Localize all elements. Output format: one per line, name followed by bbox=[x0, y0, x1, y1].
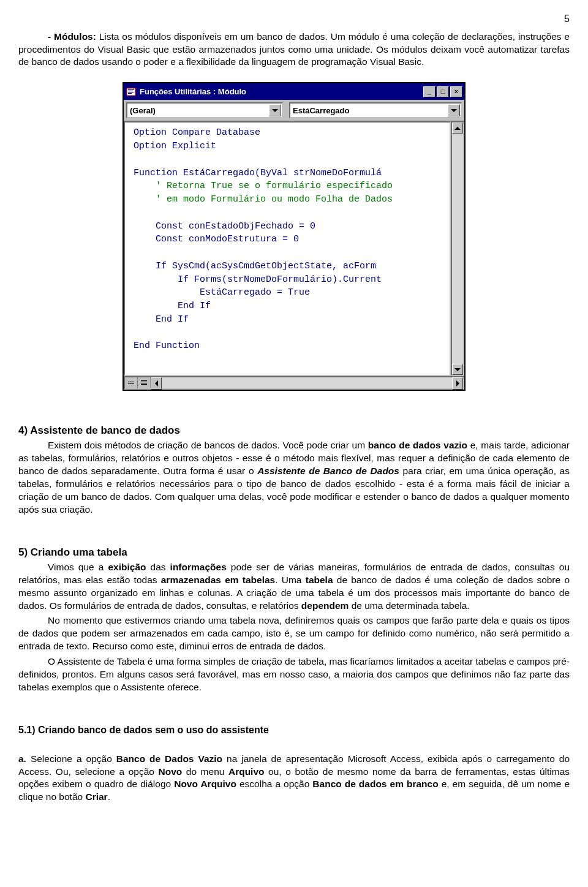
bottom-bar bbox=[124, 376, 464, 390]
svg-rect-6 bbox=[128, 383, 134, 384]
window-title: Funções Utilitárias : Módulo bbox=[140, 86, 422, 97]
scroll-track-h[interactable] bbox=[162, 377, 452, 388]
section5-p2: No momento que estivermos criando uma ta… bbox=[18, 614, 570, 653]
intro-text: Lista os módulos disponíveis em um banco… bbox=[18, 31, 570, 67]
scroll-right-button[interactable] bbox=[452, 377, 463, 390]
svg-rect-8 bbox=[141, 382, 147, 382]
svg-rect-2 bbox=[128, 91, 133, 91]
object-dropdown[interactable]: (Geral) bbox=[126, 102, 283, 118]
titlebar[interactable]: Funções Utilitárias : Módulo _ □ × bbox=[124, 83, 464, 100]
module-icon bbox=[126, 86, 137, 97]
horizontal-scrollbar[interactable] bbox=[151, 377, 463, 388]
svg-rect-1 bbox=[128, 89, 134, 90]
vertical-scrollbar[interactable] bbox=[451, 121, 464, 376]
svg-rect-10 bbox=[141, 384, 147, 385]
chevron-down-icon[interactable] bbox=[448, 104, 460, 116]
intro-paragraph: - Módulos: Lista os módulos disponíveis … bbox=[18, 31, 570, 69]
page-number: 5 bbox=[18, 12, 570, 26]
svg-rect-7 bbox=[141, 380, 147, 381]
procedure-dropdown-value: EstáCarregado bbox=[293, 105, 349, 116]
view-full-button[interactable] bbox=[138, 377, 151, 388]
section5-p1: Vimos que a exibição das informações pod… bbox=[18, 561, 570, 613]
module-window: Funções Utilitárias : Módulo _ □ × (Gera… bbox=[123, 82, 466, 391]
svg-rect-3 bbox=[128, 92, 134, 92]
svg-rect-9 bbox=[141, 383, 147, 383]
close-button[interactable]: × bbox=[450, 86, 462, 97]
section4-heading: 4) Assistente de banco de dados bbox=[18, 424, 570, 438]
toolbar: (Geral) EstáCarregado bbox=[124, 100, 464, 121]
section51-heading: 5.1) Criando banco de dados sem o uso do… bbox=[18, 723, 570, 737]
view-proc-button[interactable] bbox=[125, 377, 138, 388]
code-editor[interactable]: Option Compare Database Option Explicit … bbox=[124, 121, 451, 376]
chevron-down-icon[interactable] bbox=[269, 104, 281, 116]
page: 5 - Módulos: Lista os módulos disponívei… bbox=[0, 0, 588, 825]
section51-a: a. Selecione a opção Banco de Dados Vazi… bbox=[18, 753, 570, 804]
modulos-label: - Módulos: bbox=[48, 31, 96, 42]
section4-paragraph: Existem dois métodos de criação de banco… bbox=[18, 439, 570, 516]
svg-rect-5 bbox=[128, 382, 134, 382]
scroll-down-button[interactable] bbox=[452, 364, 463, 375]
maximize-button[interactable]: □ bbox=[437, 86, 449, 97]
procedure-dropdown[interactable]: EstáCarregado bbox=[289, 102, 462, 118]
object-dropdown-value: (Geral) bbox=[130, 105, 156, 116]
section5-heading: 5) Criando uma tabela bbox=[18, 546, 570, 560]
section5-p3: O Assistente de Tabela é uma forma simpl… bbox=[18, 655, 570, 694]
minimize-button[interactable]: _ bbox=[423, 86, 435, 97]
scroll-track[interactable] bbox=[452, 134, 463, 364]
svg-rect-4 bbox=[128, 93, 132, 94]
scroll-up-button[interactable] bbox=[452, 123, 463, 134]
code-area: Option Compare Database Option Explicit … bbox=[124, 121, 464, 376]
scroll-left-button[interactable] bbox=[151, 377, 162, 390]
